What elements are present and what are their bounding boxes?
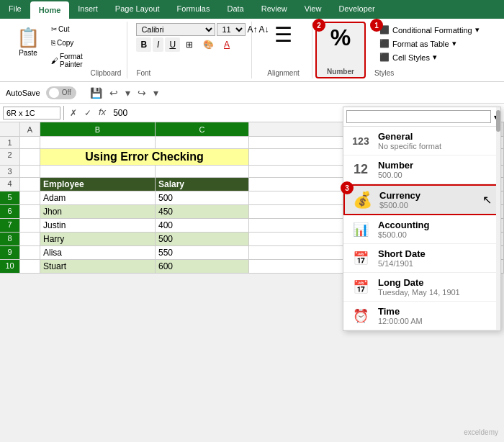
tab-home[interactable]: Home [30,1,70,19]
name-box[interactable] [3,107,60,119]
undo-button[interactable]: ↩ [107,87,120,99]
format-painter-button[interactable]: 🖌 Format Painter [48,50,88,71]
row-num[interactable]: 3 [0,166,20,178]
bold-button[interactable]: B [136,37,151,52]
cell-C7[interactable]: 400 [156,219,249,233]
cell-C5[interactable]: 500 [156,191,249,205]
tab-page-layout[interactable]: Page Layout [107,0,168,19]
dropdown-scrollbar[interactable] [496,107,500,330]
accounting-sub: $500.00 [378,230,430,239]
cell-B1[interactable] [40,137,156,149]
cut-button[interactable]: ✂ Cut [48,23,88,35]
alignment-group: ☰ Alignment [255,22,312,78]
general-name: General [378,131,441,142]
font-color-icon[interactable]: A [220,37,234,52]
cell-B10[interactable]: Stuart [40,260,156,274]
row-num[interactable]: 1 [0,137,20,149]
col-header-A[interactable]: A [20,122,40,136]
formula-cancel-icon[interactable]: ✗ [67,107,80,119]
cell-A1[interactable] [20,137,40,149]
redo-dropdown[interactable]: ▾ [151,87,161,99]
cell-B3[interactable] [40,166,156,178]
tab-data[interactable]: Data [218,0,252,19]
format-as-table-button[interactable]: ⬛ Format as Table ▾ [374,37,462,50]
italic-button[interactable]: I [153,37,163,52]
format-option-currency[interactable]: 3 💰 Currency $500.00 ↖ [343,184,500,215]
tab-view[interactable]: View [296,0,330,19]
underline-button[interactable]: U [165,37,180,52]
tab-review[interactable]: Review [253,0,296,19]
format-option-number[interactable]: 12 Number 500.00 [343,155,500,184]
cell-A2[interactable] [20,149,40,166]
format-table-icon: ⬛ [379,39,390,48]
row-num[interactable]: 2 [0,149,20,166]
cell-C3[interactable] [156,166,249,178]
border-icon[interactable]: ⊞ [181,37,197,52]
cell-A5[interactable] [20,191,40,205]
save-button[interactable]: 💾 [88,87,104,99]
format-option-short-date[interactable]: 📅 Short Date 5/14/1901 [343,244,500,273]
cell-B5[interactable]: Adam [40,191,156,205]
undo-dropdown[interactable]: ▾ [123,87,132,99]
ribbon-content: 📋 Paste ✂ Cut ⎘ Copy 🖌 Format Painter Cl… [0,19,504,82]
cell-A10[interactable] [20,260,40,274]
col-header-B[interactable]: B [40,122,156,136]
cell-C10[interactable]: 600 [156,260,249,274]
short-date-icon: 📅 [351,251,371,266]
row-num[interactable]: 7 [0,219,20,233]
tab-developer[interactable]: Developer [330,0,383,19]
row-num[interactable]: 8 [0,233,20,246]
col-header-C[interactable]: C [156,122,249,136]
alignment-label: Alignment [267,68,299,77]
row-num[interactable]: 9 [0,246,20,260]
cell-C4[interactable]: Salary [156,178,249,191]
cell-styles-button[interactable]: ⬛ Cell Styles ▾ [374,50,442,64]
cell-B4[interactable]: Employee [40,178,156,191]
cell-B8[interactable]: Harry [40,233,156,246]
short-date-sub: 5/14/1901 [378,259,426,268]
cell-A4[interactable] [20,178,40,191]
paste-button[interactable]: 📋 Paste [12,23,45,60]
number-percent-icon[interactable]: % [330,24,351,51]
row-num[interactable]: 10 [0,260,20,274]
number-name: Number [378,160,413,171]
font-family-select[interactable]: Calibri [136,23,215,36]
format-option-time[interactable]: ⏰ Time 12:00:00 AM [343,302,500,330]
autosave-toggle[interactable]: Off [46,86,76,99]
redo-button[interactable]: ↪ [135,87,148,99]
dropdown-search-input[interactable] [346,110,491,123]
row-num[interactable]: 6 [0,205,20,219]
cell-A6[interactable] [20,205,40,219]
cell-C1[interactable] [156,137,249,149]
fill-color-icon[interactable]: 🎨 [199,37,218,52]
cell-B2[interactable]: Using Error Checking [40,149,249,166]
cell-B7[interactable]: Justin [40,219,156,233]
cell-B6[interactable]: Jhon [40,205,156,219]
format-option-long-date[interactable]: 📅 Long Date Tuesday, May 14, 1901 [343,273,500,302]
cell-A9[interactable] [20,246,40,260]
tab-formulas[interactable]: Formulas [168,0,219,19]
cell-styles-icon: ⬛ [379,53,390,62]
scrollbar-thumb[interactable] [496,110,500,132]
cell-A7[interactable] [20,219,40,233]
number-group: 2 % Number [315,22,366,78]
accounting-icon: 📊 [351,222,371,238]
tab-insert[interactable]: Insert [69,0,107,19]
cell-A8[interactable] [20,233,40,246]
font-size-select[interactable]: 11 [217,23,246,36]
row-num[interactable]: 4 [0,178,20,191]
watermark: exceldemy [464,428,498,436]
format-option-general[interactable]: 123 General No specific format [343,127,500,155]
cell-C8[interactable]: 500 [156,233,249,246]
tab-file[interactable]: File [0,0,30,19]
formula-confirm-icon[interactable]: ✓ [81,107,94,119]
cell-C6[interactable]: 450 [156,205,249,219]
cell-C9[interactable]: 550 [156,246,249,260]
format-option-accounting[interactable]: 📊 Accounting $500.00 [343,215,500,244]
conditional-formatting-button[interactable]: ⬛ Conditional Formatting ▾ [374,23,485,37]
row-num[interactable]: 5 [0,191,20,205]
cell-B9[interactable]: Alisa [40,246,156,260]
copy-button[interactable]: ⎘ Copy [48,37,88,49]
cell-A3[interactable] [20,166,40,178]
short-date-name: Short Date [378,248,426,259]
